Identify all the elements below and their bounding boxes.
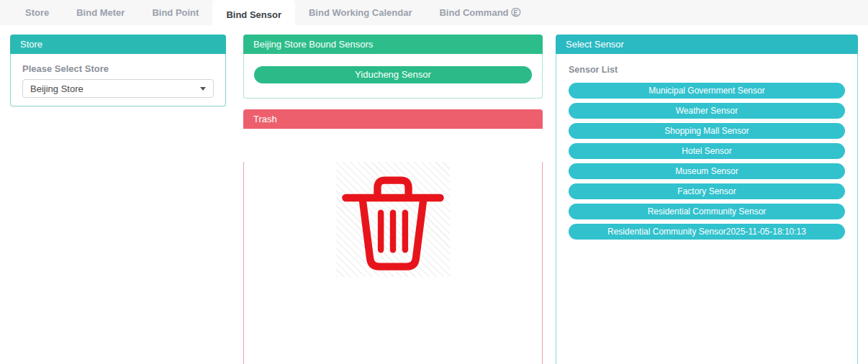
store-panel: Store Please Select Store Beijing Store [10, 35, 226, 106]
chevron-down-icon [200, 87, 206, 91]
trash-can-icon [339, 165, 447, 273]
store-panel-body: Please Select Store Beijing Store [10, 54, 226, 106]
select-sensor-panel: Select Sensor Sensor List Municipal Gove… [556, 35, 858, 364]
bound-sensors-panel: Beijing Store Bound Sensors Yiducheng Se… [243, 35, 543, 99]
store-select-label: Please Select Store [22, 63, 214, 74]
trash-dropzone[interactable] [243, 162, 543, 364]
sensor-pill-factory[interactable]: Factory Sensor [569, 183, 845, 199]
sensor-pill-residential-community[interactable]: Residential Community Sensor [569, 204, 845, 219]
sensor-pill-residential-community-timestamped[interactable]: Residential Community Sensor2025-11-05-1… [569, 224, 845, 240]
bound-sensors-panel-title: Beijing Store Bound Sensors [243, 35, 543, 54]
tab-bar: Store Bind Meter Bind Point Bind Sensor … [0, 0, 868, 25]
tab-store[interactable]: Store [12, 0, 63, 25]
store-panel-title: Store [10, 35, 226, 54]
store-select[interactable]: Beijing Store [22, 79, 214, 98]
tab-bind-sensor[interactable]: Bind Sensor [212, 0, 295, 29]
sensor-pill-museum[interactable]: Museum Sensor [569, 163, 845, 179]
sensor-list-container: Sensor List Municipal Government Sensor … [556, 54, 858, 364]
store-select-value: Beijing Store [30, 83, 83, 94]
tab-bind-point[interactable]: Bind Point [138, 0, 212, 25]
tab-bind-meter[interactable]: Bind Meter [63, 0, 138, 25]
sensor-pill-municipal-government[interactable]: Municipal Government Sensor [569, 83, 845, 99]
bound-sensor-pill[interactable]: Yiducheng Sensor [254, 66, 532, 83]
select-sensor-panel-title: Select Sensor [556, 35, 858, 54]
tab-bind-command[interactable]: Bind Command Ⓔ [425, 0, 534, 25]
sensor-list-label: Sensor List [569, 65, 845, 75]
trash-panel: Trash [243, 109, 543, 364]
trash-panel-title: Trash [243, 109, 543, 129]
tab-bind-working-calendar[interactable]: Bind Working Calendar [295, 0, 426, 25]
sensor-pill-weather[interactable]: Weather Sensor [569, 103, 845, 119]
sensor-pill-hotel[interactable]: Hotel Sensor [569, 143, 845, 159]
bound-sensors-dropzone[interactable]: Yiducheng Sensor [243, 54, 543, 99]
trash-icon-background [336, 162, 450, 277]
sensor-pill-shopping-mall[interactable]: Shopping Mall Sensor [569, 123, 845, 139]
